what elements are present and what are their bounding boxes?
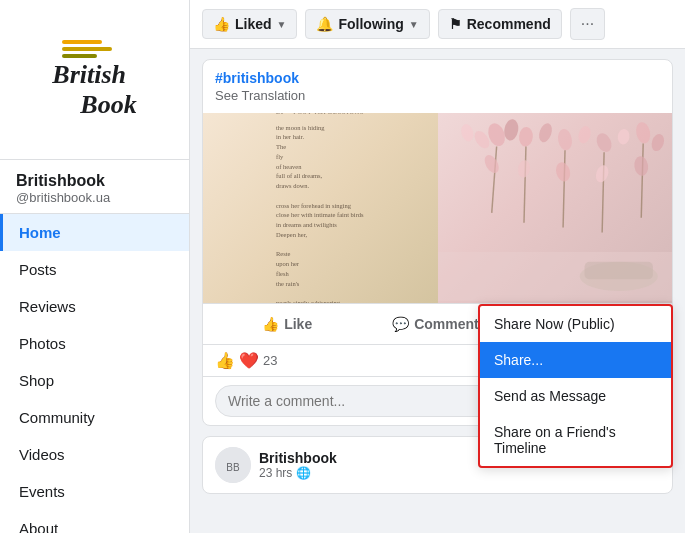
send-as-message-option[interactable]: Send as Message [480, 378, 671, 414]
second-post-meta: 23 hrs 🌐 [259, 466, 639, 480]
svg-point-17 [481, 153, 501, 176]
svg-point-1 [502, 118, 519, 142]
svg-point-8 [593, 131, 614, 154]
main-content: 👍 Liked ▼ 🔔 Following ▼ ⚑ Recommend ··· … [190, 0, 685, 533]
svg-point-7 [576, 125, 592, 145]
thumbs-up-icon: 👍 [213, 16, 230, 32]
post-images: BF - POST IMPRESSIONS the moon is hiding… [203, 113, 672, 303]
post-image-flowers [438, 113, 673, 303]
like-icon: 👍 [262, 316, 279, 332]
sidebar-item-reviews[interactable]: Reviews [0, 288, 189, 325]
post-header: #britishbook See Translation [203, 60, 672, 113]
reactions-count: 23 [263, 353, 277, 368]
heart-reaction-icon: ❤️ [239, 351, 259, 370]
svg-line-14 [563, 150, 565, 227]
svg-line-16 [641, 144, 643, 218]
comment-label: Comment [414, 316, 479, 332]
sidebar: British Book Britishbook @britishbook.ua… [0, 0, 190, 533]
sidebar-item-events[interactable]: Events [0, 473, 189, 510]
sidebar-item-posts[interactable]: Posts [0, 251, 189, 288]
flag-icon: ⚑ [449, 16, 462, 32]
page-profile: Britishbook @britishbook.ua [0, 160, 189, 214]
svg-point-18 [516, 159, 531, 178]
sidebar-item-shop[interactable]: Shop [0, 362, 189, 399]
like-button[interactable]: 👍 Like [215, 310, 359, 338]
svg-rect-24 [584, 262, 652, 280]
liked-chevron-icon: ▼ [277, 19, 287, 30]
like-label: Like [284, 316, 312, 332]
share-dropdown-menu: Share Now (Public) Share... Send as Mess… [478, 304, 673, 468]
sidebar-item-community[interactable]: Community [0, 399, 189, 436]
page-name: Britishbook [16, 172, 173, 190]
svg-point-11 [649, 132, 666, 152]
share-option[interactable]: Share... [480, 342, 671, 378]
recommend-button[interactable]: ⚑ Recommend [438, 9, 562, 39]
sidebar-item-photos[interactable]: Photos [0, 325, 189, 362]
svg-point-9 [616, 128, 630, 145]
more-options-button[interactable]: ··· [570, 8, 605, 40]
page-handle: @britishbook.ua [16, 190, 173, 205]
more-icon: ··· [581, 15, 594, 32]
svg-point-21 [633, 155, 649, 176]
logo-line-3 [62, 54, 97, 58]
sidebar-navigation: Home Posts Reviews Photos Shop Community… [0, 214, 189, 533]
recommend-label: Recommend [467, 16, 551, 32]
bell-icon: 🔔 [316, 16, 333, 32]
svg-point-4 [459, 123, 475, 143]
liked-label: Liked [235, 16, 272, 32]
second-post-privacy-icon: 🌐 [296, 466, 311, 480]
page-logo: British Book [0, 0, 189, 160]
logo-line-2 [62, 47, 112, 51]
svg-point-19 [553, 161, 571, 183]
logo-book-text: Book [80, 90, 136, 120]
page-action-bar: 👍 Liked ▼ 🔔 Following ▼ ⚑ Recommend ··· [190, 0, 685, 49]
svg-point-20 [593, 164, 610, 185]
post-hashtag[interactable]: #britishbook [215, 70, 660, 86]
sidebar-item-videos[interactable]: Videos [0, 436, 189, 473]
second-post-time: 23 hrs [259, 466, 292, 480]
post-image-book: BF - POST IMPRESSIONS the moon is hiding… [203, 113, 438, 303]
logo-decoration [62, 40, 112, 58]
like-reaction-icon: 👍 [215, 351, 235, 370]
post-translation-link[interactable]: See Translation [215, 88, 660, 103]
share-friends-timeline-option[interactable]: Share on a Friend's Timeline [480, 414, 671, 466]
liked-button[interactable]: 👍 Liked ▼ [202, 9, 297, 39]
svg-point-3 [518, 126, 533, 147]
news-feed: #britishbook See Translation BF - POST I… [190, 49, 685, 533]
following-button[interactable]: 🔔 Following ▼ [305, 9, 429, 39]
following-chevron-icon: ▼ [409, 19, 419, 30]
logo-british-text: British [52, 60, 126, 90]
book-poem-text: BF - POST IMPRESSIONS the moon is hiding… [266, 113, 374, 303]
sidebar-item-about[interactable]: About [0, 510, 189, 533]
svg-point-6 [556, 128, 573, 152]
logo-line-1 [62, 40, 102, 44]
sidebar-item-home[interactable]: Home [0, 214, 189, 251]
svg-line-15 [602, 152, 604, 232]
svg-line-13 [523, 146, 525, 222]
following-label: Following [338, 16, 403, 32]
svg-point-5 [536, 122, 554, 144]
comment-icon: 💬 [392, 316, 409, 332]
svg-text:BB: BB [226, 462, 240, 473]
svg-point-10 [634, 121, 652, 145]
second-post-avatar: BB [215, 447, 251, 483]
share-now-option[interactable]: Share Now (Public) [480, 306, 671, 342]
